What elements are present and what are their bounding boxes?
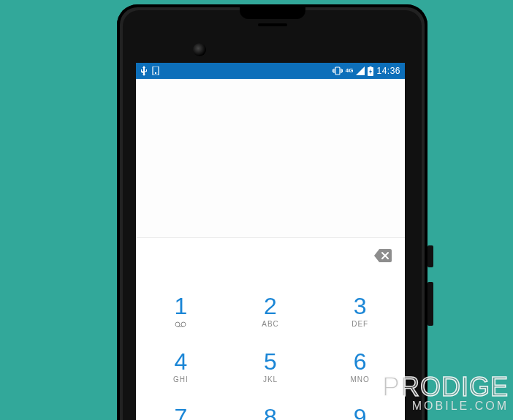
svg-rect-1 xyxy=(155,72,156,74)
card-icon xyxy=(152,66,159,75)
phone-side-button xyxy=(428,245,433,267)
key-1[interactable]: 1 xyxy=(136,283,226,339)
key-6[interactable]: 6 MNO xyxy=(315,339,405,394)
key-digit: 5 xyxy=(264,349,277,375)
key-digit: 7 xyxy=(174,405,187,420)
key-4[interactable]: 4 GHI xyxy=(136,339,226,394)
svg-rect-2 xyxy=(335,67,340,75)
key-9[interactable]: 9 WXYZ xyxy=(315,394,405,420)
key-digit: 3 xyxy=(354,294,367,319)
backspace-icon xyxy=(374,249,392,262)
key-7[interactable]: 7 PQRS xyxy=(136,394,226,420)
dialpad: 1 2 ABC 3 DEF 4 GHI xyxy=(136,273,405,420)
status-bar: 4G 14:36 xyxy=(136,63,405,79)
backspace-button[interactable] xyxy=(374,249,392,262)
key-sublabel: DEF xyxy=(352,320,368,329)
signal-icon xyxy=(356,66,365,75)
key-sublabel: ABC xyxy=(262,320,279,329)
phone-front-camera xyxy=(193,43,206,56)
key-digit: 6 xyxy=(354,349,367,375)
number-entry-row xyxy=(136,238,405,273)
phone-screen: 4G 14:36 1 xyxy=(136,63,405,420)
key-digit: 2 xyxy=(264,294,277,319)
key-sublabel: GHI xyxy=(173,375,189,384)
battery-charging-icon xyxy=(368,66,373,76)
key-sublabel: MNO xyxy=(351,375,370,384)
key-2[interactable]: 2 ABC xyxy=(226,283,316,339)
phone-notch xyxy=(240,6,305,19)
key-digit: 8 xyxy=(264,405,277,420)
phone-side-button xyxy=(428,282,433,326)
phone-frame: 4G 14:36 1 xyxy=(117,4,428,420)
status-clock: 14:36 xyxy=(376,66,400,76)
vibrate-icon xyxy=(332,66,343,75)
svg-rect-4 xyxy=(370,66,372,68)
svg-point-5 xyxy=(175,322,180,327)
key-digit: 4 xyxy=(174,349,187,375)
svg-point-6 xyxy=(181,322,186,327)
key-digit: 9 xyxy=(354,405,367,420)
key-digit: 1 xyxy=(174,294,187,319)
dialer-display-area xyxy=(136,79,405,238)
svg-rect-0 xyxy=(153,66,159,75)
voicemail-icon xyxy=(175,320,186,329)
key-sublabel: JKL xyxy=(263,375,278,384)
key-8[interactable]: 8 TUV xyxy=(226,394,316,420)
key-5[interactable]: 5 JKL xyxy=(226,339,316,394)
network-type-label: 4G xyxy=(346,68,354,74)
usb-icon xyxy=(140,66,148,76)
phone-earpiece xyxy=(258,23,287,26)
key-3[interactable]: 3 DEF xyxy=(315,283,405,339)
